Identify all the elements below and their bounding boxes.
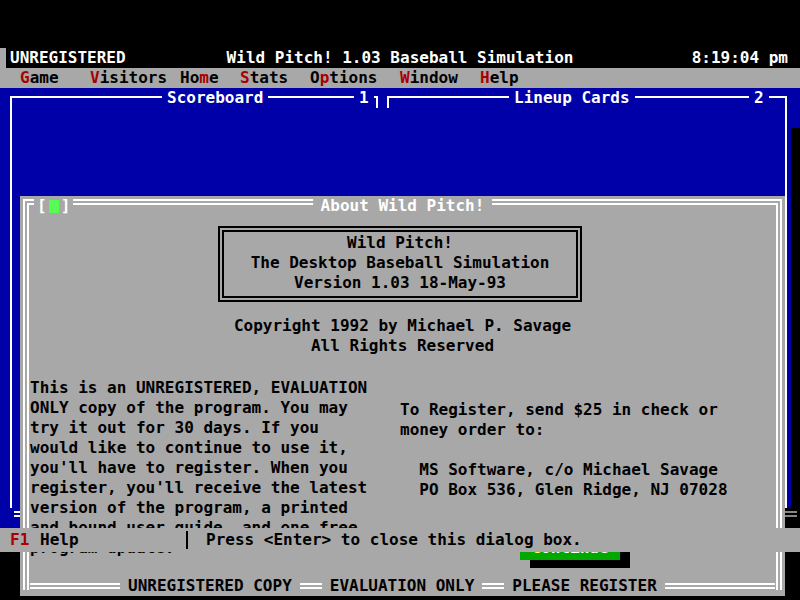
footer-please-register: PLEASE REGISTER bbox=[504, 576, 665, 596]
help-label[interactable]: Help bbox=[40, 528, 79, 552]
footer-line bbox=[300, 583, 322, 589]
dialog-close-button[interactable]: [] bbox=[34, 196, 73, 216]
lineup-cards-window-frame: Lineup Cards 2 bbox=[387, 96, 787, 108]
app-window: UNREGISTERED Wild Pitch! 1.03 Baseball S… bbox=[0, 0, 800, 600]
clock: 8:19:04 pm bbox=[692, 48, 788, 68]
registration-address-text: To Register, send $25 in check or money … bbox=[400, 400, 728, 500]
menu-item-game[interactable]: Game bbox=[20, 68, 59, 88]
footer-line bbox=[482, 583, 504, 589]
footer-evaluation-only: EVALUATION ONLY bbox=[322, 576, 483, 596]
scoreboard-window-frame: Scoreboard 1 bbox=[10, 96, 378, 108]
desktop: Scoreboard 1 Lineup Cards 2 [] About Wil… bbox=[0, 88, 800, 528]
footer-line bbox=[665, 583, 775, 589]
menu-item-window[interactable]: Window bbox=[400, 68, 458, 88]
scoreboard-window-title[interactable]: Scoreboard bbox=[162, 88, 268, 108]
scoreboard-window-left-edge bbox=[10, 108, 12, 508]
menu-item-visitors[interactable]: Visitors bbox=[90, 68, 167, 88]
footer-unregistered-copy: UNREGISTERED COPY bbox=[120, 576, 300, 596]
f1-key-label[interactable]: F1 bbox=[10, 528, 29, 552]
status-message: Press <Enter> to close this dialog box. bbox=[206, 528, 582, 552]
title-bar: UNREGISTERED Wild Pitch! 1.03 Baseball S… bbox=[0, 48, 800, 68]
scoreboard-window-number: 1 bbox=[354, 88, 374, 108]
menu-item-options[interactable]: Options bbox=[310, 68, 377, 88]
dialog-shadow-right bbox=[791, 128, 800, 508]
lineup-cards-window-right-edge bbox=[785, 108, 787, 508]
lineup-cards-window-number: 2 bbox=[749, 88, 769, 108]
lineup-cards-window-title[interactable]: Lineup Cards bbox=[509, 88, 635, 108]
menu-item-stats[interactable]: Stats bbox=[240, 68, 288, 88]
dialog-footer: UNREGISTERED COPY EVALUATION ONLY PLEASE… bbox=[30, 576, 775, 596]
version-box: Wild Pitch! The Desktop Baseball Simulat… bbox=[218, 226, 582, 302]
version-box-text: Wild Pitch! The Desktop Baseball Simulat… bbox=[224, 232, 576, 293]
menu-bar: Game Visitors Home Stats Options Window … bbox=[0, 68, 800, 88]
dialog-title: About Wild Pitch! bbox=[313, 196, 493, 216]
status-separator bbox=[186, 531, 188, 549]
menu-item-home[interactable]: Home bbox=[180, 68, 219, 88]
copyright-text: Copyright 1992 by Michael P. Savage All … bbox=[20, 316, 785, 356]
footer-line bbox=[30, 583, 120, 589]
app-title: Wild Pitch! 1.03 Baseball Simulation bbox=[0, 48, 800, 68]
status-bar: F1 Help Press <Enter> to close this dial… bbox=[0, 528, 800, 552]
menu-item-help[interactable]: Help bbox=[480, 68, 519, 88]
dos-screen: UNREGISTERED Wild Pitch! 1.03 Baseball S… bbox=[0, 48, 800, 552]
close-box-icon bbox=[49, 200, 59, 213]
